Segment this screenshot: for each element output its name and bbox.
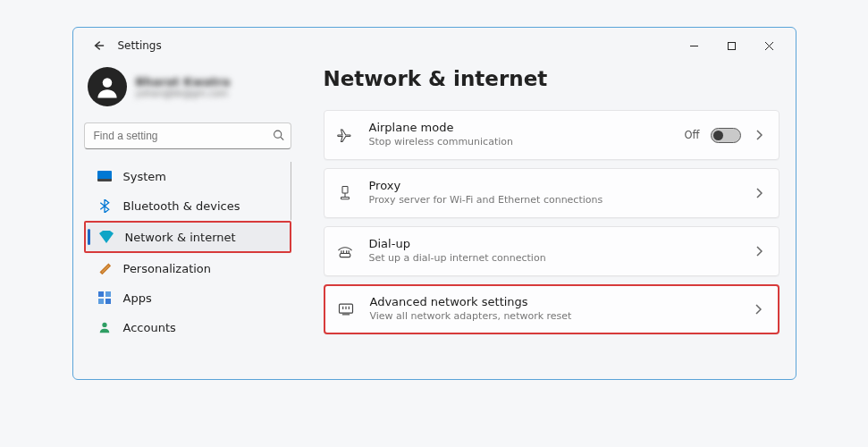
svg-rect-14 bbox=[342, 187, 348, 194]
svg-rect-1 bbox=[729, 42, 736, 49]
search-icon bbox=[273, 128, 284, 145]
card-title: Dial-up bbox=[369, 237, 752, 252]
profile-block[interactable]: Bharat Kwatra yohan@bk@gm.com bbox=[84, 63, 291, 117]
airplane-toggle[interactable] bbox=[711, 128, 741, 143]
sidebar-highlight: Network & internet bbox=[84, 221, 291, 253]
dialup-icon bbox=[335, 241, 355, 261]
sidebar-item-bluetooth[interactable]: Bluetooth & devices bbox=[84, 191, 287, 220]
svg-rect-9 bbox=[98, 291, 104, 297]
avatar bbox=[88, 67, 127, 106]
back-button[interactable] bbox=[88, 35, 109, 56]
main-content: Network & internet Airplane mode Stop wi… bbox=[302, 63, 796, 379]
svg-rect-8 bbox=[97, 179, 112, 181]
card-desc: View all network adapters, network reset bbox=[370, 310, 751, 323]
sidebar-item-label: Apps bbox=[123, 291, 152, 305]
nav-list: System Bluetooth & devices bbox=[84, 162, 291, 220]
svg-rect-10 bbox=[105, 291, 111, 297]
titlebar: Settings bbox=[73, 28, 796, 63]
sidebar-item-personalization[interactable]: Personalization bbox=[84, 254, 291, 283]
system-icon bbox=[97, 168, 113, 184]
settings-window: Settings Bharat Kwatra yohan@bk@gm.com bbox=[72, 27, 796, 380]
minimize-button[interactable] bbox=[676, 31, 713, 60]
profile-name: Bharat Kwatra bbox=[136, 75, 231, 89]
profile-email: yohan@bk@gm.com bbox=[136, 89, 231, 98]
card-desc: Stop wireless communication bbox=[369, 136, 685, 148]
svg-rect-12 bbox=[105, 299, 111, 304]
svg-line-6 bbox=[280, 137, 282, 139]
brush-icon bbox=[97, 260, 113, 276]
svg-rect-11 bbox=[98, 299, 104, 304]
card-airplane-mode[interactable]: Airplane mode Stop wireless communicatio… bbox=[324, 110, 780, 160]
card-dialup[interactable]: Dial-up Set up a dial-up internet connec… bbox=[324, 226, 780, 276]
sidebar-item-accounts[interactable]: Accounts bbox=[84, 313, 291, 342]
chevron-right-icon bbox=[752, 128, 766, 142]
chevron-right-icon bbox=[752, 244, 766, 258]
sidebar-item-label: Personalization bbox=[123, 262, 212, 275]
toggle-state-label: Off bbox=[685, 129, 700, 141]
search-input[interactable] bbox=[84, 122, 291, 149]
settings-card-list: Airplane mode Stop wireless communicatio… bbox=[324, 110, 780, 334]
sidebar-item-label: Bluetooth & devices bbox=[123, 199, 240, 213]
window-controls bbox=[676, 31, 788, 60]
card-advanced-network[interactable]: Advanced network settings View all netwo… bbox=[324, 284, 780, 334]
card-title: Proxy bbox=[369, 179, 752, 194]
svg-rect-17 bbox=[340, 254, 350, 257]
airplane-icon bbox=[335, 125, 355, 145]
sidebar-item-label: System bbox=[123, 170, 166, 183]
app-title: Settings bbox=[118, 39, 162, 52]
card-proxy[interactable]: Proxy Proxy server for Wi-Fi and Etherne… bbox=[324, 168, 780, 218]
bluetooth-icon bbox=[97, 198, 113, 214]
sidebar-item-label: Network & internet bbox=[125, 231, 236, 244]
sidebar-item-apps[interactable]: Apps bbox=[84, 283, 291, 312]
sidebar-item-label: Accounts bbox=[123, 321, 176, 334]
card-title: Airplane mode bbox=[369, 121, 685, 136]
sidebar-item-network[interactable]: Network & internet bbox=[86, 223, 290, 251]
nav-list: Personalization Apps Accounts bbox=[84, 254, 291, 342]
proxy-icon bbox=[335, 183, 355, 203]
wifi-diamond-icon bbox=[98, 229, 114, 245]
card-title: Advanced network settings bbox=[370, 295, 751, 310]
close-button[interactable] bbox=[751, 31, 788, 60]
svg-point-13 bbox=[102, 323, 106, 327]
page-title: Network & internet bbox=[324, 67, 780, 90]
maximize-button[interactable] bbox=[713, 31, 751, 60]
chevron-right-icon bbox=[752, 186, 766, 200]
search-box bbox=[84, 122, 291, 149]
chevron-right-icon bbox=[751, 302, 765, 316]
account-icon bbox=[97, 319, 113, 335]
svg-point-5 bbox=[274, 131, 281, 138]
card-desc: Set up a dial-up internet connection bbox=[369, 252, 752, 265]
adapter-icon bbox=[336, 299, 356, 319]
sidebar-item-system[interactable]: System bbox=[84, 162, 287, 190]
svg-point-4 bbox=[102, 78, 112, 88]
sidebar: Bharat Kwatra yohan@bk@gm.com System bbox=[73, 63, 302, 379]
apps-icon bbox=[97, 290, 113, 306]
card-desc: Proxy server for Wi-Fi and Ethernet conn… bbox=[369, 194, 752, 207]
svg-rect-16 bbox=[341, 198, 349, 199]
